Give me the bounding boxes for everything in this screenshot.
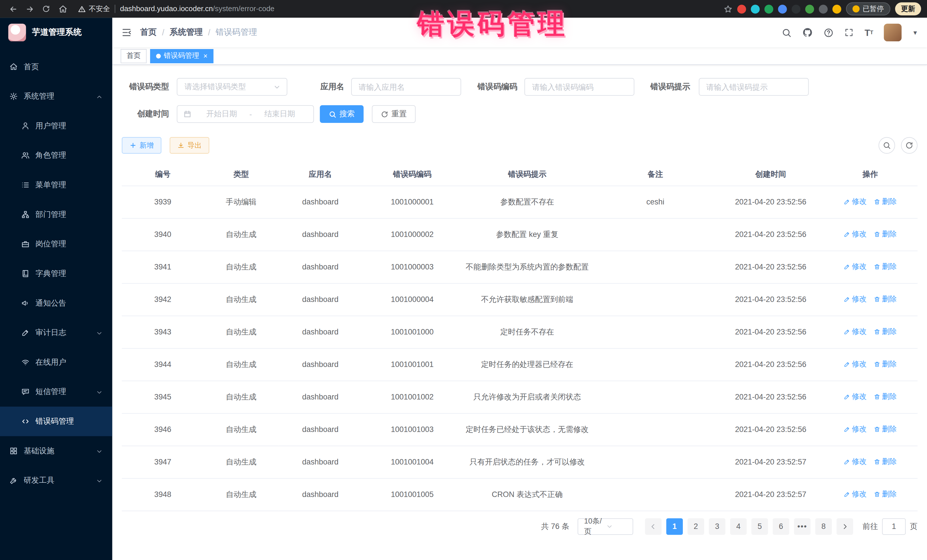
browser-home-button[interactable] (56, 2, 70, 16)
cell-remark (592, 446, 719, 478)
font-size-icon[interactable]: TT (865, 28, 873, 37)
breadcrumb-item[interactable]: 首页 (140, 27, 157, 38)
delete-link[interactable]: 删除 (874, 392, 897, 402)
delete-link[interactable]: 删除 (874, 262, 897, 272)
tab-close-icon[interactable]: × (204, 52, 208, 59)
search-button[interactable]: 搜索 (320, 105, 363, 123)
app-name-input[interactable] (351, 78, 461, 96)
error-msg-input[interactable] (699, 78, 808, 96)
page-button-4[interactable]: 4 (730, 518, 747, 535)
edit-link[interactable]: 修改 (843, 294, 866, 304)
page-button-1[interactable]: 1 (666, 518, 683, 535)
extension-blue-icon[interactable] (778, 5, 787, 14)
tab-item[interactable]: 首页 (121, 49, 147, 63)
edit-link[interactable]: 修改 (843, 262, 866, 272)
github-icon[interactable] (802, 27, 813, 38)
extension-green-badge-icon[interactable] (764, 5, 773, 14)
chevron-down-icon (606, 522, 628, 530)
fullscreen-icon[interactable] (845, 28, 854, 37)
cell-code: 1001000003 (362, 250, 462, 283)
sidebar-item-post[interactable]: 岗位管理 (0, 229, 112, 259)
sidebar-item-role[interactable]: 角色管理 (0, 141, 112, 170)
sidebar-item-infra[interactable]: 基础设施 (0, 436, 112, 466)
sidebar-item-online-user[interactable]: 在线用户 (0, 348, 112, 377)
edit-pen-icon (843, 393, 850, 400)
reset-button[interactable]: 重置 (372, 105, 416, 123)
refresh-table-button[interactable] (901, 137, 918, 154)
plus-icon (129, 142, 137, 149)
extension-dark-on-icon[interactable] (792, 5, 800, 14)
sidebar-item-dept[interactable]: 部门管理 (0, 200, 112, 229)
edit-link[interactable]: 修改 (843, 327, 866, 337)
sidebar-item-system[interactable]: 系统管理 (0, 82, 112, 111)
address-bar[interactable]: 不安全 dashboard.yudao.iocoder.cn/system/er… (78, 4, 715, 14)
sidebar-item-dev-tools[interactable]: 研发工具 (0, 466, 112, 495)
export-button[interactable]: 导出 (170, 137, 209, 154)
page-button-6[interactable]: 6 (773, 518, 789, 535)
edit-link[interactable]: 修改 (843, 489, 866, 499)
edit-link[interactable]: 修改 (843, 197, 866, 207)
sidebar-item-dict[interactable]: 字典管理 (0, 259, 112, 288)
error-code-input[interactable] (524, 78, 634, 96)
update-button[interactable]: 更新 (895, 2, 921, 15)
delete-link[interactable]: 删除 (874, 489, 897, 499)
browser-reload-button[interactable] (39, 2, 53, 16)
sidebar-item-sms[interactable]: 短信管理 (0, 377, 112, 407)
avatar-image (884, 24, 902, 41)
browser-forward-button[interactable] (23, 2, 37, 16)
sidebar-item-audit-log[interactable]: 审计日志 (0, 318, 112, 348)
edit-link[interactable]: 修改 (843, 392, 866, 402)
edit-link[interactable]: 修改 (843, 457, 866, 467)
sidebar-item-notice[interactable]: 通知公告 (0, 288, 112, 318)
bookmark-star-icon[interactable] (723, 5, 732, 14)
toggle-search-button[interactable] (878, 137, 895, 154)
delete-link[interactable]: 删除 (874, 229, 897, 239)
app-title: 芋道管理系统 (32, 27, 82, 38)
cell-time: 2021-04-20 23:52:56 (719, 250, 823, 283)
extension-red-icon[interactable] (737, 5, 746, 14)
goto-page-input[interactable] (882, 518, 906, 535)
header-search-icon[interactable] (782, 27, 792, 37)
delete-link[interactable]: 删除 (874, 359, 897, 369)
edit-link[interactable]: 修改 (843, 359, 866, 369)
breadcrumb-item[interactable]: 系统管理 (170, 27, 203, 38)
date-range-picker[interactable]: 开始日期 - 结束日期 (177, 105, 314, 123)
avatar-caret-icon[interactable]: ▼ (912, 29, 918, 36)
not-secure-badge[interactable]: 不安全 (78, 4, 110, 14)
extension-teal-icon[interactable] (751, 5, 760, 14)
tab-active[interactable]: 错误码管理× (150, 49, 213, 63)
next-page-button[interactable] (837, 518, 853, 535)
book-icon (21, 269, 30, 278)
extension-leaf-icon[interactable] (805, 5, 814, 14)
cell-actions: 修改删除 (823, 316, 918, 348)
page-button-8[interactable]: 8 (815, 518, 832, 535)
profile-avatar-icon[interactable] (832, 5, 841, 14)
extension-pin-icon[interactable] (819, 5, 828, 14)
add-button[interactable]: 新增 (122, 137, 161, 154)
page-button-3[interactable]: 3 (709, 518, 725, 535)
sidebar-item-menu[interactable]: 菜单管理 (0, 170, 112, 200)
sidebar-item-user[interactable]: 用户管理 (0, 111, 112, 141)
prev-page-button[interactable] (645, 518, 661, 535)
user-avatar[interactable] (884, 24, 902, 41)
edit-link[interactable]: 修改 (843, 424, 866, 434)
browser-back-button[interactable] (6, 2, 20, 16)
page-size-select[interactable]: 10条/页 (577, 518, 633, 535)
delete-link[interactable]: 删除 (874, 327, 897, 337)
delete-link[interactable]: 删除 (874, 197, 897, 207)
delete-link[interactable]: 删除 (874, 457, 897, 467)
sidebar-toggle-icon[interactable] (121, 27, 132, 38)
page-unit-label: 页 (910, 521, 918, 531)
more-pages-button[interactable]: ••• (794, 518, 811, 535)
cell-id: 3942 (122, 283, 204, 316)
help-icon[interactable] (824, 27, 834, 37)
delete-link[interactable]: 删除 (874, 294, 897, 304)
edit-link[interactable]: 修改 (843, 229, 866, 239)
page-button-2[interactable]: 2 (688, 518, 704, 535)
delete-link[interactable]: 删除 (874, 424, 897, 434)
page-button-5[interactable]: 5 (751, 518, 768, 535)
sidebar-item-home[interactable]: 首页 (0, 52, 112, 82)
paused-chip[interactable]: 已暂停 (846, 2, 890, 15)
error-type-select[interactable]: 请选择错误码类型 (177, 78, 287, 96)
sidebar-item-error-code[interactable]: 错误码管理 (0, 407, 112, 436)
